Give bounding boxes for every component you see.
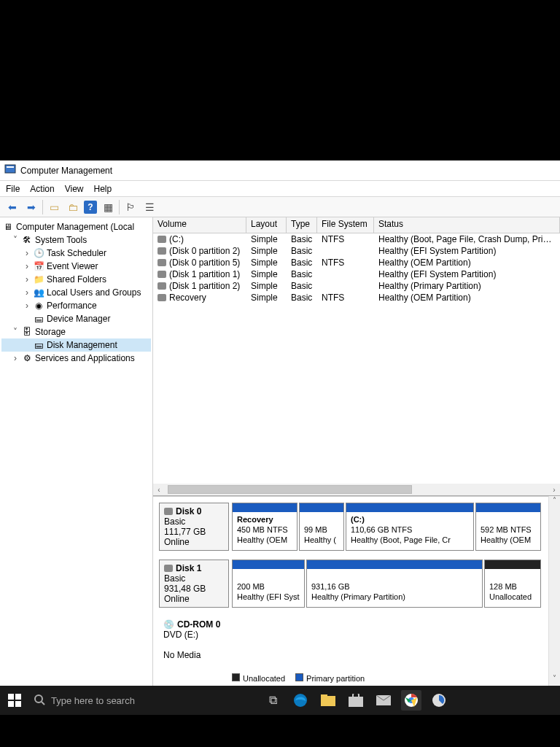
- window: Computer Management File Action View Hel…: [0, 160, 560, 715]
- tree-local-users[interactable]: ›👥Local Users and Groups: [1, 286, 151, 299]
- col-layout[interactable]: Layout: [246, 217, 287, 233]
- svg-rect-11: [349, 697, 363, 707]
- volume-row[interactable]: (Disk 0 partition 2) Simple Basic Health…: [153, 245, 560, 257]
- scroll-right-icon[interactable]: ›: [548, 486, 560, 494]
- col-filesystem[interactable]: File System: [317, 217, 374, 233]
- tree-storage[interactable]: ˅ 🗄 Storage: [1, 325, 151, 338]
- forward-icon[interactable]: ➡: [23, 199, 39, 215]
- mail-app-icon[interactable]: [373, 690, 394, 711]
- toolbar: ⬅ ➡ ▭ 🗀 ? ▦ 🏳 ☰: [0, 197, 560, 217]
- horizontal-scrollbar[interactable]: ‹ ›: [153, 484, 560, 495]
- expand-icon[interactable]: ›: [23, 261, 31, 271]
- menu-action[interactable]: Action: [30, 184, 54, 194]
- tree-device-manager[interactable]: 🖴Device Manager: [1, 312, 151, 325]
- menu-help[interactable]: Help: [94, 184, 112, 194]
- disk-row-0[interactable]: Disk 0 Basic 111,77 GB Online Recovery45…: [159, 503, 542, 551]
- partition[interactable]: (C:)110,66 GB NTFSHealthy (Boot, Page Fi…: [346, 503, 474, 551]
- tree-disk-management[interactable]: 🖴Disk Management: [1, 338, 151, 352]
- scroll-up-icon[interactable]: ˄: [549, 496, 560, 508]
- partition-cap: [485, 560, 540, 569]
- expand-icon[interactable]: ›: [23, 301, 31, 311]
- refresh-icon[interactable]: ▦: [100, 199, 116, 215]
- nav-tree[interactable]: 🖥 Computer Management (Local ˅ 🛠 System …: [0, 217, 153, 686]
- taskbar-apps: ⧉: [262, 690, 449, 711]
- expand-icon[interactable]: ›: [12, 353, 19, 363]
- volume-row[interactable]: (C:) Simple Basic NTFS Healthy (Boot, Pa…: [153, 233, 560, 245]
- partition-cap: [476, 503, 540, 512]
- tree-system-tools[interactable]: ˅ 🛠 System Tools: [1, 233, 151, 247]
- partition-cap: [233, 503, 297, 512]
- volume-list[interactable]: (C:) Simple Basic NTFS Healthy (Boot, Pa…: [153, 233, 560, 303]
- tree-shared-folders[interactable]: ›📁Shared Folders: [1, 273, 151, 286]
- content-pane: Volume Layout Type File System Status (C…: [153, 217, 560, 686]
- col-volume[interactable]: Volume: [153, 217, 246, 233]
- tree-services[interactable]: › ⚙ Services and Applications: [1, 352, 151, 365]
- task-view-button[interactable]: ⧉: [262, 690, 283, 711]
- tools-icon: 🛠: [22, 235, 32, 245]
- disk-icon: [164, 565, 173, 572]
- list-icon[interactable]: ☰: [141, 199, 158, 215]
- help-icon[interactable]: ?: [84, 201, 97, 214]
- partition-unallocated[interactable]: 128 MBUnallocated: [484, 560, 541, 608]
- back-icon[interactable]: ⬅: [4, 199, 20, 215]
- store-app-icon[interactable]: [346, 690, 366, 711]
- vertical-scrollbar[interactable]: ˄ ˅: [548, 496, 560, 686]
- partition[interactable]: 200 MBHealthy (EFI Syst: [232, 560, 305, 608]
- disk-info[interactable]: Disk 0 Basic 111,77 GB Online: [159, 503, 229, 551]
- title-bar[interactable]: Computer Management: [0, 160, 560, 181]
- volume-list-header: Volume Layout Type File System Status: [153, 217, 560, 233]
- col-type[interactable]: Type: [287, 217, 317, 233]
- col-status[interactable]: Status: [374, 217, 560, 233]
- volume-row[interactable]: (Disk 0 partition 5) Simple Basic NTFS H…: [153, 257, 560, 268]
- edge-app-icon[interactable]: [290, 690, 311, 711]
- svg-rect-4: [8, 701, 14, 707]
- scroll-down-icon[interactable]: ˅: [549, 674, 560, 686]
- tree-task-scheduler[interactable]: ›🕒Task Scheduler: [1, 247, 151, 260]
- volume-row[interactable]: Recovery Simple Basic NTFS Healthy (OEM …: [153, 292, 560, 303]
- disk-row-1[interactable]: Disk 1 Basic 931,48 GB Online 200 MBHeal…: [159, 560, 542, 608]
- menu-view[interactable]: View: [65, 184, 84, 194]
- collapse-icon[interactable]: ˅: [12, 327, 19, 337]
- disk-row-cd[interactable]: 💿CD-ROM 0 DVD (E:) No Media: [159, 616, 542, 663]
- disk-graphic-view: Disk 0 Basic 111,77 GB Online Recovery45…: [153, 496, 548, 686]
- collapse-icon[interactable]: ˅: [12, 235, 19, 245]
- properties-icon[interactable]: ▭: [46, 199, 62, 215]
- expand-icon[interactable]: ›: [23, 248, 31, 258]
- device-icon: 🖴: [34, 314, 44, 324]
- svg-point-6: [35, 695, 42, 703]
- svg-rect-2: [8, 694, 14, 700]
- event-icon: 📅: [34, 261, 44, 271]
- volume-row[interactable]: (Disk 1 partition 2) Simple Basic Health…: [153, 280, 560, 292]
- performance-icon: ◉: [34, 301, 44, 311]
- taskbar[interactable]: Type here to search ⧉: [0, 686, 560, 715]
- tree-event-viewer[interactable]: ›📅Event Viewer: [1, 260, 151, 273]
- disk-info[interactable]: Disk 1 Basic 931,48 GB Online: [159, 560, 229, 608]
- svg-rect-5: [15, 701, 21, 707]
- chrome-app-icon[interactable]: [401, 690, 421, 711]
- svg-rect-10: [321, 694, 327, 697]
- explorer-app-icon[interactable]: [318, 690, 338, 711]
- services-icon: ⚙: [22, 353, 32, 363]
- volume-icon: [158, 271, 166, 278]
- volume-row[interactable]: (Disk 1 partition 1) Simple Basic Health…: [153, 268, 560, 280]
- action-icon[interactable]: 🏳: [122, 199, 139, 215]
- disk-info[interactable]: 💿CD-ROM 0 DVD (E:) No Media: [159, 616, 229, 663]
- tree-root[interactable]: 🖥 Computer Management (Local: [1, 220, 151, 233]
- partition[interactable]: 931,16 GBHealthy (Primary Partition): [306, 560, 483, 608]
- partition[interactable]: 592 MB NTFSHealthy (OEM: [475, 503, 541, 551]
- scroll-left-icon[interactable]: ‹: [153, 486, 165, 494]
- tree-performance[interactable]: ›◉Performance: [1, 299, 151, 312]
- expand-icon[interactable]: ›: [23, 287, 31, 298]
- clock-icon: 🕒: [34, 248, 44, 258]
- explorer-icon[interactable]: 🗀: [65, 199, 81, 215]
- menu-file[interactable]: File: [6, 184, 20, 194]
- expand-icon[interactable]: ›: [23, 274, 31, 285]
- partition-cap: [300, 503, 343, 512]
- partition[interactable]: Recovery450 MB NTFSHealthy (OEM: [232, 503, 298, 551]
- start-button[interactable]: [0, 686, 29, 715]
- cd-icon: 💿: [163, 619, 174, 630]
- scroll-thumb[interactable]: [168, 485, 412, 494]
- partition[interactable]: 99 MBHealthy (: [299, 503, 344, 551]
- app-icon[interactable]: [429, 690, 449, 711]
- taskbar-search[interactable]: Type here to search: [29, 694, 248, 708]
